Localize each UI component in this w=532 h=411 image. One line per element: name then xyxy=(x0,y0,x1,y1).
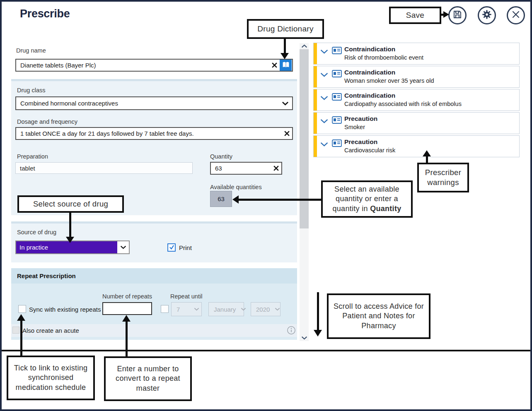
warning-type: Precaution xyxy=(344,138,395,146)
warning-item[interactable]: Contraindication Risk of thromboembolic … xyxy=(313,43,520,65)
close-icon xyxy=(512,10,520,20)
repeat-until-year-select[interactable]: 2020 xyxy=(251,302,281,316)
drug-name-input[interactable] xyxy=(16,61,269,69)
warning-item[interactable]: Precaution Smoker xyxy=(313,112,520,134)
warning-item[interactable]: Contraindication Cardiopathy associated … xyxy=(313,89,520,111)
warning-severity-bar xyxy=(314,136,317,157)
scroll-up-icon[interactable] xyxy=(301,43,307,49)
source-of-drug-label: Source of drug xyxy=(17,229,56,236)
gear-icon xyxy=(481,9,492,22)
callout-select-quantity-text: Select an available quantity or enter a … xyxy=(324,185,409,214)
callout-select-source: Select source of drug xyxy=(17,195,124,213)
contact-card-icon xyxy=(332,116,342,125)
warning-type: Precaution xyxy=(344,115,377,123)
callout-prescriber-warnings: Prescriber warnings xyxy=(417,163,469,192)
checkmark-icon xyxy=(169,244,174,251)
dosage-label: Dosage and frequency xyxy=(17,118,77,125)
contact-card-icon xyxy=(332,139,342,149)
repeat-until-month-select[interactable]: January xyxy=(208,302,244,316)
form-scrollbar[interactable] xyxy=(300,43,309,341)
sync-repeats-label: Sync with existing repeats xyxy=(29,306,101,313)
warning-item[interactable]: Precaution Cardiovascular risk xyxy=(313,135,520,157)
close-button[interactable] xyxy=(507,6,525,24)
prescriber-warnings-arrow-line xyxy=(426,156,428,163)
preparation-field: tablet xyxy=(15,162,193,174)
drug-dictionary-arrowhead xyxy=(281,53,289,59)
quantity-input[interactable] xyxy=(211,164,271,172)
prescriber-warnings-arrowhead xyxy=(423,150,431,156)
select-quantity-arrow-line xyxy=(238,199,321,201)
repeat-until-day-select[interactable]: 7 xyxy=(171,302,202,316)
scroll-arrow-line xyxy=(317,292,319,331)
contact-card-icon xyxy=(332,70,342,79)
acute-label: Also create an acute xyxy=(22,327,79,334)
drug-class-value: Combined hormonal contraceptives xyxy=(16,100,278,107)
acute-checkbox[interactable] xyxy=(12,327,19,334)
print-label: Print xyxy=(179,244,192,251)
chevron-down-icon[interactable] xyxy=(320,94,328,102)
chevron-down-icon[interactable] xyxy=(320,48,328,55)
repeat-until-year-value: 2020 xyxy=(251,306,270,313)
page-title: Prescribe xyxy=(20,7,70,20)
chevron-down-icon[interactable] xyxy=(320,71,328,79)
warning-detail: Woman smoker over 35 years old xyxy=(344,77,434,84)
dosage-clear-icon[interactable] xyxy=(281,130,292,137)
warning-detail: Risk of thromboembolic event xyxy=(344,54,423,61)
drug-dictionary-button[interactable] xyxy=(280,60,292,71)
window-bottom-edge xyxy=(2,350,530,351)
chevron-down-icon xyxy=(270,308,280,311)
warning-severity-bar xyxy=(314,43,317,64)
print-checkbox[interactable] xyxy=(167,243,176,252)
drug-name-field-box xyxy=(15,59,293,72)
chevron-down-icon xyxy=(236,308,246,311)
prescribe-window: Prescribe Save Drug Dictionary Drug name xyxy=(0,0,532,411)
enter-number-arrowhead xyxy=(122,315,131,322)
warning-type: Contraindication xyxy=(344,92,462,99)
number-of-repeats-input[interactable] xyxy=(103,303,151,314)
warning-detail: Smoker xyxy=(344,124,377,130)
callout-save: Save xyxy=(389,7,441,24)
scrollbar-thumb[interactable] xyxy=(300,49,309,228)
drug-class-select[interactable]: Combined hormonal contraceptives xyxy=(15,96,293,110)
save-icon xyxy=(452,10,462,21)
callout-select-source-text: Select source of drug xyxy=(33,199,108,209)
drug-class-label: Drug class xyxy=(17,87,46,94)
repeat-until-checkbox[interactable] xyxy=(161,305,169,313)
number-of-repeats-box xyxy=(102,302,152,315)
warning-item[interactable]: Contraindication Woman smoker over 35 ye… xyxy=(313,66,520,88)
source-of-drug-value: In practice xyxy=(16,241,117,253)
open-book-icon xyxy=(282,61,290,70)
warning-severity-bar xyxy=(314,66,317,87)
contact-card-icon xyxy=(332,47,342,56)
chevron-down-icon xyxy=(117,241,129,253)
drug-name-clear-icon[interactable] xyxy=(269,62,280,68)
info-icon[interactable] xyxy=(287,326,296,336)
sync-repeats-checkbox[interactable] xyxy=(18,305,26,313)
preparation-value: tablet xyxy=(16,165,35,172)
repeat-until-month-value: January xyxy=(209,306,236,313)
quantity-label: Quantity xyxy=(210,153,232,160)
drug-name-label: Drug name xyxy=(16,47,46,54)
enter-number-arrow-line xyxy=(126,321,128,356)
repeat-until-label: Repeat until xyxy=(170,293,202,300)
contact-card-icon xyxy=(332,93,342,102)
warning-type: Contraindication xyxy=(344,46,423,53)
repeat-until-day-value: 7 xyxy=(172,306,186,313)
callout-enter-number: Enter a number to convert to a repeat ma… xyxy=(104,356,192,401)
scroll-down-icon[interactable] xyxy=(301,335,307,341)
dosage-field-box xyxy=(15,127,293,140)
chevron-down-icon[interactable] xyxy=(320,141,328,148)
settings-button[interactable] xyxy=(478,6,496,24)
quantity-field-box xyxy=(210,162,282,175)
available-quantity-button[interactable]: 63 xyxy=(210,191,232,207)
chevron-down-icon[interactable] xyxy=(320,118,328,125)
number-of-repeats-label: Number of repeats xyxy=(102,293,152,300)
select-source-arrowhead xyxy=(66,237,74,243)
dosage-input[interactable] xyxy=(16,130,281,137)
drug-dictionary-arrow-line xyxy=(284,39,286,54)
repeat-section-header: Repeat Prescription xyxy=(11,268,297,284)
save-button[interactable] xyxy=(448,6,467,24)
callout-drug-dictionary: Drug Dictionary xyxy=(247,19,324,39)
quantity-clear-icon[interactable] xyxy=(271,165,281,171)
warning-severity-bar xyxy=(314,89,317,111)
